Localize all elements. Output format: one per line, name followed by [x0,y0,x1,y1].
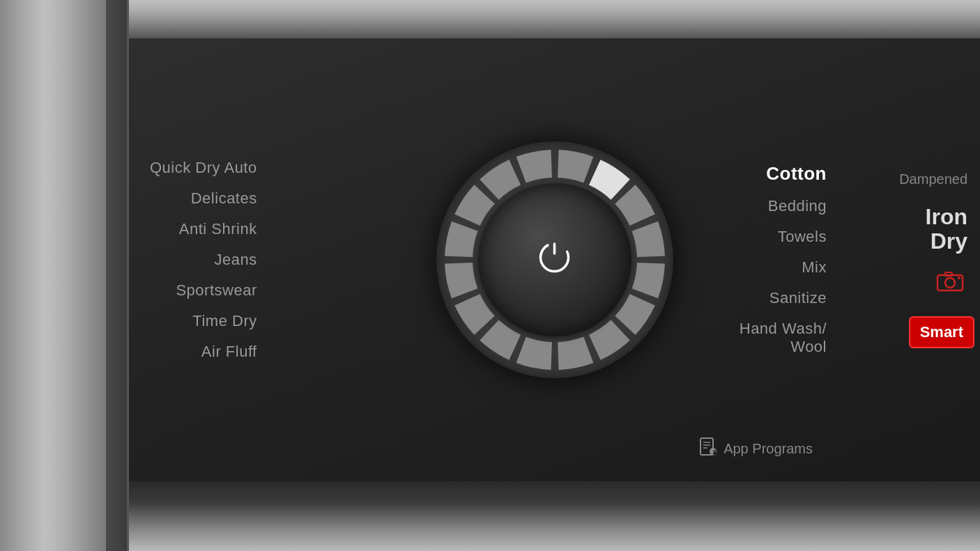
left-menu: Quick Dry Auto Delicates Anti Shrink Jea… [150,159,264,361]
menu-item-cotton[interactable]: Cotton [740,163,827,185]
appliance-panel: Quick Dry Auto Delicates Anti Shrink Jea… [0,0,980,551]
menu-item-air-fluff[interactable]: Air Fluff [150,343,257,361]
menu-item-mix[interactable]: Mix [740,258,827,277]
menu-item-quick-dry-auto[interactable]: Quick Dry Auto [150,159,257,177]
smart-badge[interactable]: Smart [909,316,974,348]
right-menu: Cotton Bedding Towels Mix Sanitize Hand … [740,163,827,357]
menu-item-sanitize[interactable]: Sanitize [740,289,827,307]
svg-rect-4 [945,272,952,276]
bottom-chrome-strip [129,481,980,551]
dial-container[interactable] [436,141,673,378]
menu-item-time-dry[interactable]: Time Dry [150,312,257,330]
menu-item-sportswear[interactable]: Sportswear [150,281,257,300]
app-programs[interactable]: 📱 App Programs [698,437,813,460]
menu-item-bedding[interactable]: Bedding [740,197,827,215]
camera-icon[interactable] [936,271,974,299]
left-chrome-border [0,0,129,551]
dial-inner[interactable] [478,183,631,336]
top-chrome-strip [129,0,980,38]
svg-point-5 [958,277,960,279]
power-icon [535,238,574,282]
app-programs-label: App Programs [723,441,813,457]
app-programs-icon: 📱 [698,437,718,460]
menu-item-delicates[interactable]: Delicates [150,189,257,208]
main-panel: Quick Dry Auto Delicates Anti Shrink Jea… [129,38,980,481]
menu-item-towels[interactable]: Towels [740,228,827,246]
menu-item-anti-shrink[interactable]: Anti Shrink [150,220,257,238]
iron-dry-label: Iron Dry [926,205,974,254]
menu-item-jeans[interactable]: Jeans [150,251,257,269]
dampened-label: Dampened [899,171,974,187]
menu-item-hand-wash-wool[interactable]: Hand Wash/Wool [740,320,827,357]
left-border-inner [106,0,127,551]
svg-text:📱: 📱 [712,449,718,456]
dial-outer [436,141,673,378]
svg-point-3 [945,278,955,288]
